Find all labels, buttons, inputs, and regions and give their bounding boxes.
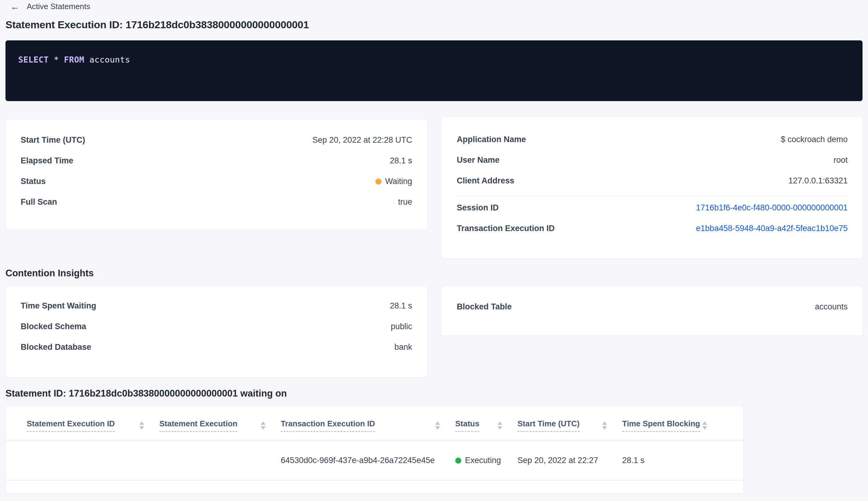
- sql-table-name: accounts: [84, 55, 130, 64]
- status-text: Waiting: [385, 177, 412, 186]
- page-title: Statement Execution ID: 1716b218dc0b3838…: [6, 19, 309, 31]
- kv-row-start-time: Start Time (UTC) Sep 20, 2022 at 22:28 U…: [21, 135, 412, 145]
- transaction-execution-id-link[interactable]: e1bba458-5948-40a9-a42f-5feac1b10e75: [696, 224, 848, 233]
- sql-keyword-from: FROM: [64, 55, 84, 64]
- cell-time-spent-blocking: 28.1 s: [622, 456, 722, 465]
- sql-statement-box: SELECT * FROM accounts: [6, 40, 862, 101]
- executing-status-dot-icon: [455, 458, 461, 463]
- column-header-start-time[interactable]: Start Time (UTC): [518, 414, 622, 432]
- cell-start-time: Sep 20, 2022 at 22:27: [518, 456, 622, 465]
- kv-label: Blocked Schema: [21, 322, 86, 331]
- contention-details-card: Time Spent Waiting 28.1 s Blocked Schema…: [6, 286, 427, 377]
- sort-icon: [435, 422, 440, 430]
- kv-label: User Name: [457, 156, 500, 165]
- kv-value: root: [833, 156, 848, 165]
- kv-row-transaction-execution-id: Transaction Execution ID e1bba458-5948-4…: [457, 223, 848, 233]
- back-link[interactable]: ← Active Statements: [10, 2, 90, 11]
- sort-icon: [261, 422, 265, 430]
- session-id-link[interactable]: 1716b1f6-4e0c-f480-0000-000000000001: [696, 203, 848, 213]
- back-link-label: Active Statements: [27, 2, 90, 11]
- session-details-card: Application Name $ cockroach demo User N…: [442, 117, 863, 259]
- kv-row-time-spent-waiting: Time Spent Waiting 28.1 s: [21, 301, 412, 311]
- kv-value: Sep 20, 2022 at 22:28 UTC: [312, 136, 412, 145]
- cell-status: Executing: [455, 456, 518, 465]
- kv-label: Elapsed Time: [21, 156, 74, 166]
- kv-value: 127.0.0.1:63321: [789, 176, 848, 185]
- sort-icon: [702, 422, 707, 430]
- kv-row-user-name: User Name root: [457, 155, 848, 165]
- waiting-on-heading: Statement ID: 1716b218dc0b38380000000000…: [6, 388, 287, 399]
- kv-value: 28.1 s: [390, 301, 412, 311]
- kv-label: Blocked Table: [457, 302, 512, 311]
- execution-summary-card: Start Time (UTC) Sep 20, 2022 at 22:28 U…: [6, 119, 427, 230]
- sql-statement: SELECT * FROM accounts: [18, 55, 850, 64]
- table-header-row: Statement Execution ID Statement Executi…: [6, 406, 744, 440]
- cell-transaction-execution-id: 64530d0c-969f-437e-a9b4-26a72245e45e: [281, 456, 455, 465]
- kv-label: Application Name: [457, 135, 526, 144]
- kv-row-session-id: Session ID 1716b1f6-4e0c-f480-0000-00000…: [457, 203, 848, 213]
- column-header-label: Status: [455, 419, 479, 432]
- kv-label: Full Scan: [21, 198, 57, 207]
- column-header-status[interactable]: Status: [455, 414, 518, 432]
- status-value: Waiting: [376, 177, 412, 186]
- kv-label: Session ID: [457, 203, 499, 213]
- column-header-statement-execution[interactable]: Statement Execution: [159, 414, 281, 432]
- kv-value: $ cockroach demo: [781, 135, 848, 144]
- sort-icon: [497, 422, 502, 430]
- card-divider: [457, 196, 848, 197]
- column-header-statement-execution-id[interactable]: Statement Execution ID: [27, 414, 159, 432]
- table-row: 64530d0c-969f-437e-a9b4-26a72245e45e Exe…: [6, 440, 744, 481]
- kv-row-blocked-schema: Blocked Schema public: [21, 321, 412, 331]
- contention-insights-heading: Contention Insights: [6, 268, 94, 279]
- column-header-label: Statement Execution: [159, 419, 237, 432]
- waiting-on-table: Statement Execution ID Statement Executi…: [6, 406, 744, 493]
- kv-row-blocked-database: Blocked Database bank: [21, 342, 412, 352]
- column-header-time-spent-blocking[interactable]: Time Spent Blocking: [622, 414, 722, 432]
- sort-icon: [602, 422, 607, 430]
- kv-row-blocked-table: Blocked Table accounts: [457, 302, 848, 311]
- column-header-label: Statement Execution ID: [27, 419, 115, 432]
- kv-label: Start Time (UTC): [21, 136, 85, 145]
- kv-row-elapsed-time: Elapsed Time 28.1 s: [21, 156, 412, 166]
- blocked-table-card: Blocked Table accounts: [442, 286, 863, 335]
- kv-value: public: [391, 322, 412, 331]
- kv-label: Transaction Execution ID: [457, 224, 555, 233]
- column-header-transaction-execution-id[interactable]: Transaction Execution ID: [281, 414, 455, 432]
- kv-row-full-scan: Full Scan true: [21, 197, 412, 207]
- kv-value: 28.1 s: [390, 156, 412, 166]
- kv-value: true: [398, 198, 412, 207]
- kv-row-client-address: Client Address 127.0.0.1:63321: [457, 176, 848, 185]
- kv-label: Status: [21, 177, 46, 186]
- status-text: Executing: [465, 456, 501, 465]
- kv-label: Client Address: [457, 176, 514, 185]
- column-header-label: Start Time (UTC): [518, 419, 580, 432]
- kv-value: accounts: [815, 302, 848, 311]
- kv-row-application-name: Application Name $ cockroach demo: [457, 135, 848, 144]
- waiting-status-dot-icon: [376, 179, 381, 185]
- sql-star: *: [49, 55, 64, 64]
- sort-icon: [139, 422, 144, 430]
- kv-label: Time Spent Waiting: [21, 301, 96, 311]
- statement-details-page: ← Active Statements Statement Execution …: [0, 0, 868, 501]
- kv-row-status: Status Waiting: [21, 177, 412, 186]
- kv-value: bank: [394, 342, 412, 352]
- kv-label: Blocked Database: [21, 342, 91, 352]
- column-header-label: Time Spent Blocking: [622, 419, 700, 432]
- arrow-left-icon: ←: [10, 2, 19, 11]
- column-header-label: Transaction Execution ID: [281, 419, 375, 432]
- sql-keyword-select: SELECT: [18, 55, 49, 64]
